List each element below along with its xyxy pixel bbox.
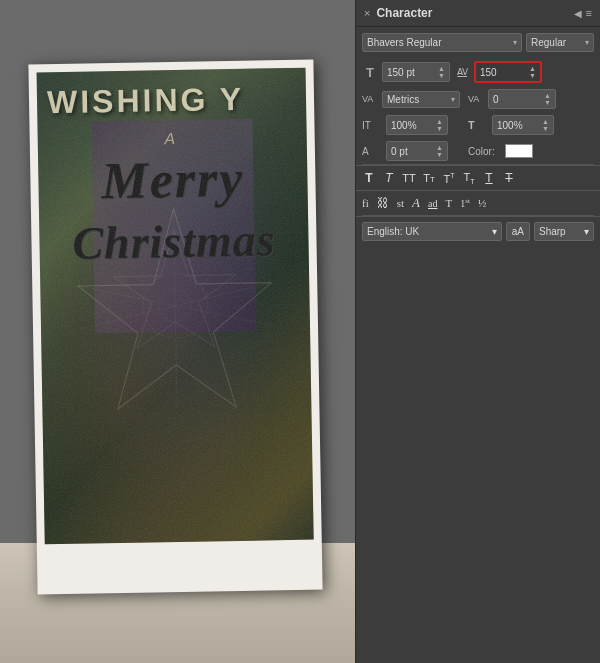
noise-overlay (36, 67, 313, 544)
hscale-stepper[interactable]: ▲ ▼ (542, 118, 549, 132)
vscale-field[interactable]: 100% ▲ ▼ (386, 115, 448, 135)
metrics-arrow: ▾ (451, 95, 455, 104)
metrics-label: Metrics (387, 94, 419, 105)
panel-icons: ◀ ≡ (574, 7, 592, 19)
kerning-value: 0 (493, 94, 499, 105)
vscale-down[interactable]: ▼ (436, 125, 443, 132)
antialias-arrow: ▾ (584, 226, 589, 237)
color-label: Color: (468, 146, 495, 157)
superscript-btn[interactable]: TT (442, 172, 456, 185)
font-size-stepper[interactable]: ▲ ▼ (438, 65, 445, 79)
panel-title-row: × Character (364, 6, 432, 20)
hscale-icon: T (468, 119, 482, 131)
font-family-arrow: ▾ (513, 38, 517, 47)
font-size-up[interactable]: ▲ (438, 65, 445, 72)
antialias-label: Sharp (539, 226, 566, 237)
baseline-icon: A (362, 146, 376, 157)
metrics-dropdown[interactable]: Metrics ▾ (382, 91, 460, 108)
baseline-up[interactable]: ▲ (436, 144, 443, 151)
kerning-up[interactable]: ▲ (544, 92, 551, 99)
vscale-icon: IT (362, 120, 376, 131)
baseline-value: 0 pt (391, 146, 408, 157)
size-tracking-row: T 150 pt ▲ ▼ A̲V̲ ▲ ▼ (356, 58, 600, 86)
canvas-area: WISHING Y A Merry Christmas (0, 0, 355, 663)
panel-title: Character (376, 6, 432, 20)
hscale-down[interactable]: ▼ (542, 125, 549, 132)
scale-row: IT 100% ▲ ▼ T 100% ▲ ▼ (356, 112, 600, 138)
font-size-value: 150 pt (387, 67, 415, 78)
strikethrough-btn[interactable]: T (502, 171, 516, 185)
format-row: T T TT TT TT TT T T (356, 165, 600, 190)
kerning-stepper[interactable]: ▲ ▼ (544, 92, 551, 106)
vscale-up[interactable]: ▲ (436, 118, 443, 125)
antialias-dropdown[interactable]: Sharp ▾ (534, 222, 594, 241)
font-style-arrow: ▾ (585, 38, 589, 47)
metrics-kerning-row: VA Metrics ▾ VA 0 ▲ ▼ (356, 86, 600, 112)
baseline-stepper[interactable]: ▲ ▼ (436, 144, 443, 158)
italic-btn[interactable]: T (382, 171, 396, 185)
vscale-value: 100% (391, 120, 417, 131)
tracking-stepper[interactable]: ▲ ▼ (529, 65, 536, 79)
kerning-field[interactable]: 0 ▲ ▼ (488, 89, 556, 109)
collapse-icon[interactable]: ◀ (574, 8, 582, 19)
ligature-ad-btn[interactable]: ad (428, 198, 437, 209)
font-size-down[interactable]: ▼ (438, 72, 445, 79)
underline-btn[interactable]: T (482, 171, 496, 185)
subscript-btn[interactable]: TT (462, 171, 476, 185)
ligature-chain-btn[interactable]: ⛓ (377, 196, 389, 211)
font-family-label: Bhavers Regular (367, 37, 441, 48)
ligature-st-btn[interactable]: st (397, 197, 404, 209)
hscale-up[interactable]: ▲ (542, 118, 549, 125)
font-size-icon: T (362, 65, 378, 80)
language-arrow: ▾ (492, 226, 497, 237)
tracking-down[interactable]: ▼ (529, 72, 536, 79)
vscale-stepper[interactable]: ▲ ▼ (436, 118, 443, 132)
polaroid-frame: WISHING Y A Merry Christmas (28, 59, 322, 594)
hscale-value: 100% (497, 120, 523, 131)
language-label: English: UK (367, 226, 419, 237)
photo-image: WISHING Y A Merry Christmas (36, 67, 313, 544)
font-family-dropdown[interactable]: Bhavers Regular ▾ (362, 33, 522, 52)
fraction-half-btn[interactable]: ½ (478, 197, 486, 209)
hscale-field[interactable]: 100% ▲ ▼ (492, 115, 554, 135)
close-icon[interactable]: × (364, 7, 370, 19)
font-size-field[interactable]: 150 pt ▲ ▼ (382, 62, 450, 82)
kerning-down[interactable]: ▼ (544, 99, 551, 106)
tracking-up[interactable]: ▲ (529, 65, 536, 72)
color-swatch[interactable] (505, 144, 533, 158)
kerning-va-icon: VA (468, 94, 484, 104)
font-style-label: Regular (531, 37, 566, 48)
menu-icon[interactable]: ≡ (586, 7, 592, 19)
font-dropdowns-row: Bhavers Regular ▾ Regular ▾ (356, 27, 600, 58)
language-dropdown[interactable]: English: UK ▾ (362, 222, 502, 241)
bold-btn[interactable]: T (362, 171, 376, 185)
ligature-row: fi ⛓ st A ad T 1st ½ (356, 190, 600, 215)
tracking-input[interactable] (480, 67, 520, 78)
aa-toggle[interactable]: aA (506, 222, 530, 241)
ordinal-1st-btn[interactable]: 1st (460, 197, 470, 209)
polaroid-wrapper: WISHING Y A Merry Christmas (33, 62, 323, 622)
smallcaps-btn[interactable]: TT (422, 172, 436, 184)
font-style-dropdown[interactable]: Regular ▾ (526, 33, 594, 52)
panel-header: × Character ◀ ≡ (356, 0, 600, 27)
language-row: English: UK ▾ aA Sharp ▾ (356, 216, 600, 246)
metrics-va-icon: VA (362, 94, 378, 104)
ordinal-t-btn[interactable]: T (445, 197, 452, 209)
allcaps-btn[interactable]: TT (402, 172, 416, 184)
character-panel: × Character ◀ ≡ Bhavers Regular ▾ Regula… (355, 0, 600, 663)
baseline-color-row: A 0 pt ▲ ▼ Color: (356, 138, 600, 164)
ligature-fi-btn[interactable]: fi (362, 197, 369, 209)
baseline-down[interactable]: ▼ (436, 151, 443, 158)
ligature-swash-btn[interactable]: A (412, 195, 420, 211)
baseline-field[interactable]: 0 pt ▲ ▼ (386, 141, 448, 161)
tracking-icon: A̲V̲ (454, 67, 470, 77)
tracking-field[interactable]: ▲ ▼ (474, 61, 542, 83)
